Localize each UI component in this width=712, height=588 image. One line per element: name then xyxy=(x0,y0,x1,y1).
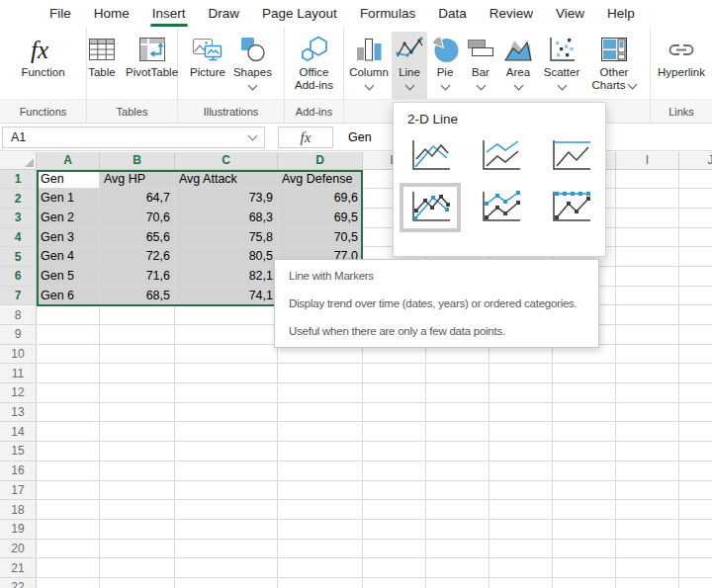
cell-B6[interactable]: 71,6 xyxy=(100,267,175,287)
cell-F11[interactable] xyxy=(426,364,490,383)
cell-I21[interactable] xyxy=(616,558,679,578)
cell-C11[interactable] xyxy=(175,364,278,383)
cell-J16[interactable] xyxy=(679,462,712,481)
cell-F15[interactable] xyxy=(426,442,490,462)
cell-B20[interactable] xyxy=(100,540,175,559)
cell-C1[interactable]: Avg Attack xyxy=(175,170,278,190)
pie-chart-button[interactable]: Pie xyxy=(427,32,463,91)
cell-B2[interactable]: 64,7 xyxy=(100,189,175,209)
cell-I12[interactable] xyxy=(616,383,679,403)
cell-G19[interactable] xyxy=(490,520,553,540)
cell-G12[interactable] xyxy=(490,383,553,403)
cell-E18[interactable] xyxy=(363,500,426,520)
chart-option-stacked-line[interactable] xyxy=(470,131,531,181)
cell-F12[interactable] xyxy=(426,383,490,403)
line-chart-button[interactable]: Line xyxy=(392,32,427,99)
column-header-J[interactable]: J xyxy=(679,152,712,170)
row-header-19[interactable]: 19 xyxy=(0,520,37,540)
cell-B8[interactable] xyxy=(100,305,175,325)
cell-B1[interactable]: Avg HP xyxy=(100,170,175,190)
cell-F22[interactable] xyxy=(426,578,490,588)
cell-A2[interactable]: Gen 1 xyxy=(37,189,100,209)
cell-I6[interactable] xyxy=(616,267,679,287)
cell-E20[interactable] xyxy=(363,540,426,559)
cell-B11[interactable] xyxy=(100,364,175,383)
row-header-9[interactable]: 9 xyxy=(0,325,37,345)
cell-I7[interactable] xyxy=(616,287,679,306)
cell-B15[interactable] xyxy=(100,442,175,462)
cell-I9[interactable] xyxy=(616,325,679,345)
tab-review[interactable]: Review xyxy=(490,0,533,28)
cell-A10[interactable] xyxy=(37,345,100,365)
row-header-20[interactable]: 20 xyxy=(0,540,37,559)
cell-E12[interactable] xyxy=(363,383,426,403)
row-header-16[interactable]: 16 xyxy=(0,462,37,481)
row-header-13[interactable]: 13 xyxy=(0,403,37,423)
cell-A11[interactable] xyxy=(37,364,100,383)
cell-B22[interactable] xyxy=(100,578,175,588)
tab-home[interactable]: Home xyxy=(94,0,130,28)
office-addins-button[interactable]: Office Add-ins xyxy=(294,32,334,105)
cell-E19[interactable] xyxy=(363,520,426,540)
cell-H17[interactable] xyxy=(553,481,616,501)
pivottable-button[interactable]: PivotTable xyxy=(125,32,179,80)
tab-view[interactable]: View xyxy=(556,0,584,28)
cell-D22[interactable] xyxy=(278,578,363,588)
table-button[interactable]: Table xyxy=(85,32,119,80)
cell-A1[interactable]: Gen xyxy=(37,170,100,190)
cell-B17[interactable] xyxy=(100,481,175,501)
cell-D21[interactable] xyxy=(278,558,363,578)
cell-H13[interactable] xyxy=(553,403,616,423)
column-header-C[interactable]: C xyxy=(175,152,278,170)
cell-H15[interactable] xyxy=(553,442,616,462)
cell-H18[interactable] xyxy=(553,500,616,520)
cell-A5[interactable]: Gen 4 xyxy=(37,247,100,267)
cell-J12[interactable] xyxy=(679,383,712,403)
cell-J3[interactable] xyxy=(679,209,712,228)
cell-B7[interactable]: 68,5 xyxy=(100,287,175,306)
cell-J1[interactable] xyxy=(679,170,712,190)
tab-formulas[interactable]: Formulas xyxy=(360,0,415,28)
row-header-7[interactable]: 7 xyxy=(0,287,37,306)
cell-D11[interactable] xyxy=(278,364,363,383)
cell-A17[interactable] xyxy=(37,481,100,501)
row-header-2[interactable]: 2 xyxy=(0,189,37,209)
cell-C15[interactable] xyxy=(175,442,278,462)
cell-I2[interactable] xyxy=(616,189,679,209)
cell-F21[interactable] xyxy=(426,558,490,578)
cell-I11[interactable] xyxy=(616,364,679,383)
cell-G20[interactable] xyxy=(490,540,553,559)
cell-A13[interactable] xyxy=(37,403,100,423)
cell-J8[interactable] xyxy=(679,305,712,325)
cell-I1[interactable] xyxy=(616,170,679,190)
cell-J7[interactable] xyxy=(679,287,712,306)
cell-A20[interactable] xyxy=(37,540,100,559)
row-header-22[interactable]: 22 xyxy=(0,578,37,588)
cell-D20[interactable] xyxy=(278,540,363,559)
scatter-chart-button[interactable]: Scatter xyxy=(538,32,585,91)
cell-I16[interactable] xyxy=(616,462,679,481)
select-all-corner[interactable] xyxy=(0,152,37,170)
cell-C12[interactable] xyxy=(175,383,278,403)
cell-J13[interactable] xyxy=(679,403,712,423)
row-header-21[interactable]: 21 xyxy=(0,558,37,578)
function-button[interactable]: fx Function xyxy=(20,32,65,80)
cell-A16[interactable] xyxy=(37,462,100,481)
cell-F18[interactable] xyxy=(426,500,490,520)
cell-I13[interactable] xyxy=(616,403,679,423)
cell-G22[interactable] xyxy=(490,578,553,588)
cell-G18[interactable] xyxy=(490,500,553,520)
name-box[interactable]: A1 xyxy=(2,126,265,148)
cell-H22[interactable] xyxy=(553,578,616,588)
cell-C10[interactable] xyxy=(175,345,278,365)
cell-B5[interactable]: 72,6 xyxy=(100,247,175,267)
chart-option-line[interactable] xyxy=(400,131,461,181)
column-header-D[interactable]: D xyxy=(278,152,363,170)
cell-J14[interactable] xyxy=(679,422,712,442)
cell-A12[interactable] xyxy=(37,383,100,403)
row-header-11[interactable]: 11 xyxy=(0,364,37,383)
cell-I8[interactable] xyxy=(616,305,679,325)
cell-B9[interactable] xyxy=(100,325,175,345)
cell-B10[interactable] xyxy=(100,345,175,365)
cell-I17[interactable] xyxy=(616,481,679,501)
